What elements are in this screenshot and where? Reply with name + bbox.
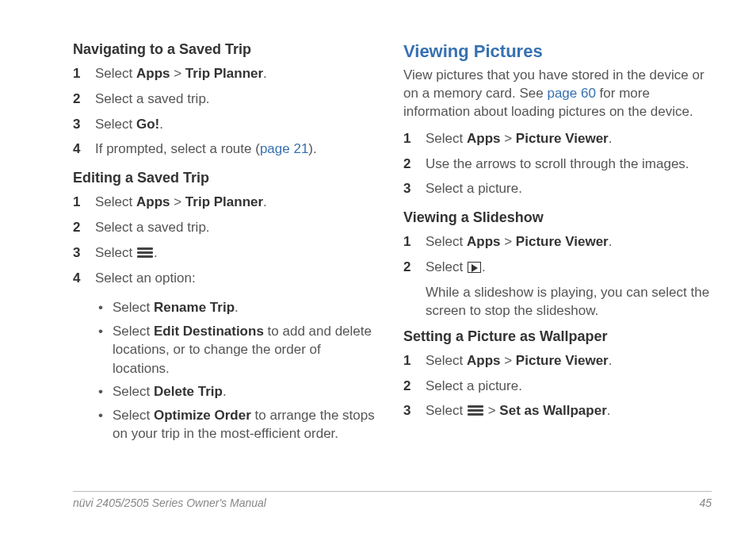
step-text: Select > Set as Wallpaper.	[426, 401, 712, 420]
heading-set-wallpaper: Setting a Picture as Wallpaper	[403, 328, 712, 345]
step-text: Select Apps > Trip Planner.	[95, 64, 381, 83]
step-num: 3	[73, 115, 95, 134]
page-content: Navigating to a Saved Trip 1 Select Apps…	[0, 0, 756, 448]
step-item: 2 Select a saved trip.	[73, 218, 381, 237]
step-num: 2	[73, 90, 95, 109]
step-item: 4 If prompted, select a route (page 21).	[73, 140, 381, 159]
bullet-item: • Select Edit Destinations to add and de…	[95, 322, 381, 378]
heading-editing-saved-trip: Editing a Saved Trip	[73, 170, 381, 186]
step-num: 1	[403, 129, 426, 148]
step-text: Use the arrows to scroll through the ima…	[426, 155, 712, 174]
step-list-nav: 1 Select Apps > Trip Planner. 2 Select a…	[73, 64, 381, 159]
step-num: 1	[73, 64, 95, 83]
slideshow-note: While a slideshow is playing, you can se…	[426, 283, 712, 320]
step-num: 2	[403, 377, 426, 396]
step-num: 1	[403, 232, 426, 251]
play-icon	[468, 262, 481, 273]
intro-text: View pictures that you have stored in th…	[403, 67, 712, 121]
step-item: 2 Use the arrows to scroll through the i…	[403, 155, 712, 174]
step-item: 2 Select .	[403, 258, 712, 277]
step-num: 3	[73, 243, 95, 263]
step-text: Select an option:	[95, 269, 381, 288]
step-text: Select a picture.	[426, 179, 712, 198]
bullet-text: Select Rename Trip.	[113, 298, 381, 316]
step-text: Select a saved trip.	[95, 218, 381, 237]
step-list-wallpaper: 1 Select Apps > Picture Viewer. 2 Select…	[403, 351, 712, 420]
bullet-dot: •	[95, 406, 113, 424]
step-item: 3 Select a picture.	[403, 179, 712, 198]
heading-navigating-saved-trip: Navigating to a Saved Trip	[73, 41, 381, 58]
right-column: Viewing Pictures View pictures that you …	[403, 41, 712, 448]
step-text: Select Apps > Trip Planner.	[95, 193, 381, 212]
bullet-dot: •	[95, 298, 113, 316]
step-item: 2 Select a saved trip.	[73, 90, 381, 109]
link-page-21[interactable]: page 21	[260, 141, 308, 156]
step-num: 4	[73, 269, 95, 288]
bullet-dot: •	[95, 322, 113, 340]
step-text: Select a saved trip.	[95, 90, 381, 109]
menu-icon	[468, 405, 483, 416]
heading-viewing-slideshow: Viewing a Slideshow	[403, 209, 712, 226]
bullet-item: • Select Optimize Order to arrange the s…	[95, 406, 381, 443]
step-num: 3	[403, 179, 426, 198]
step-text: If prompted, select a route (page 21).	[95, 140, 381, 159]
step-item: 3 Select > Set as Wallpaper.	[403, 401, 712, 420]
bullet-text: Select Edit Destinations to add and dele…	[113, 322, 381, 378]
heading-viewing-pictures: Viewing Pictures	[403, 41, 712, 62]
step-item: 4 Select an option:	[73, 269, 381, 288]
left-column: Navigating to a Saved Trip 1 Select Apps…	[73, 41, 381, 448]
step-text: Select a picture.	[426, 377, 712, 396]
step-item: 3 Select Go!.	[73, 115, 381, 134]
step-text: Select Apps > Picture Viewer.	[426, 232, 712, 251]
step-item: 3 Select .	[73, 243, 381, 263]
step-num: 1	[73, 193, 95, 212]
step-item: 1 Select Apps > Trip Planner.	[73, 64, 381, 83]
footer-page-number: 45	[699, 497, 712, 509]
step-text: Select .	[95, 243, 381, 263]
step-item: 1 Select Apps > Trip Planner.	[73, 193, 381, 212]
step-list-view: 1 Select Apps > Picture Viewer. 2 Use th…	[403, 129, 712, 198]
bullet-list: • Select Rename Trip. • Select Edit Dest…	[95, 298, 381, 443]
step-text: Select Apps > Picture Viewer.	[426, 129, 712, 148]
step-text: Select .	[426, 258, 712, 277]
step-num: 4	[73, 140, 95, 159]
step-list-edit: 1 Select Apps > Trip Planner. 2 Select a…	[73, 193, 381, 287]
step-text: Select Apps > Picture Viewer.	[426, 351, 712, 370]
bullet-text: Select Delete Trip.	[113, 382, 381, 401]
footer: nüvi 2405/2505 Series Owner's Manual 45	[73, 491, 712, 509]
link-page-60[interactable]: page 60	[547, 86, 595, 101]
step-num: 1	[403, 351, 426, 370]
menu-icon	[137, 247, 153, 258]
step-item: 1 Select Apps > Picture Viewer.	[403, 129, 712, 148]
step-num: 3	[403, 401, 426, 420]
step-num: 2	[403, 155, 426, 174]
step-num: 2	[73, 218, 95, 237]
step-item: 1 Select Apps > Picture Viewer.	[403, 232, 712, 251]
step-list-slideshow: 1 Select Apps > Picture Viewer. 2 Select…	[403, 232, 712, 277]
step-item: 1 Select Apps > Picture Viewer.	[403, 351, 712, 370]
step-text: Select Go!.	[95, 115, 381, 134]
bullet-text: Select Optimize Order to arrange the sto…	[113, 406, 381, 443]
step-num: 2	[403, 258, 426, 277]
bullet-item: • Select Delete Trip.	[95, 382, 381, 401]
footer-title: nüvi 2405/2505 Series Owner's Manual	[73, 497, 266, 509]
bullet-dot: •	[95, 382, 113, 401]
bullet-item: • Select Rename Trip.	[95, 298, 381, 316]
step-item: 2 Select a picture.	[403, 377, 712, 396]
